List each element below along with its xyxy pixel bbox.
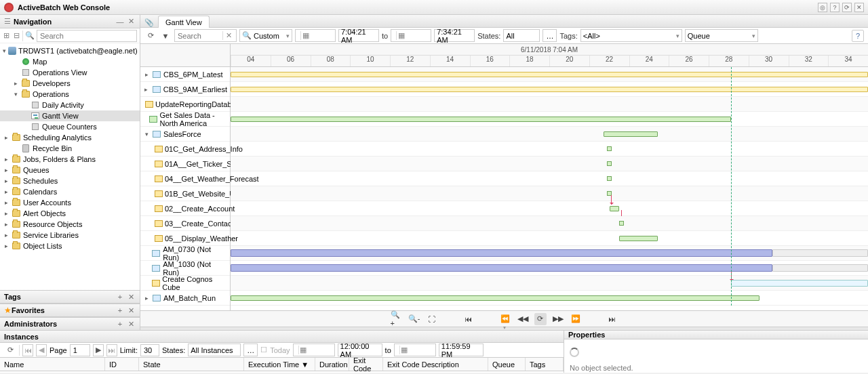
last-icon[interactable]: ⏭ [606,313,618,325]
gantt-row[interactable]: AM_1030 (Not Run) [140,261,230,276]
gantt-row[interactable]: ▸AM_Batch_Run [140,291,230,306]
tree-operations[interactable]: ▾Operations [0,89,140,100]
col-exit[interactable]: Exit Code [349,358,383,371]
rewind-icon[interactable]: ⏪ [499,313,511,325]
page-last[interactable]: ⏭ [106,344,117,356]
settings-icon[interactable]: ? [830,3,840,12]
limit-input[interactable] [140,344,159,356]
tree-calendars[interactable]: ▸Calendars [0,186,140,197]
collapse-all-icon[interactable]: ⊟ [13,30,21,41]
refresh-icon[interactable]: ⟳ [4,344,16,356]
range-select[interactable]: 🔍Custom▾ [239,29,292,42]
gantt-row[interactable]: 02__Create_Account [140,201,230,216]
gantt-row[interactable]: ▸CBS_6PM_Latest [140,67,230,82]
tree-map[interactable]: Map [0,56,140,67]
refresh-icon[interactable]: ⟳ [842,3,852,12]
gantt-row[interactable]: AM_0730 (Not Run) [140,246,230,261]
tree-gantt[interactable]: Gantt View [0,110,140,121]
prev-icon[interactable]: ◀◀ [517,313,529,325]
help-icon[interactable]: ◎ [818,3,827,12]
col-name[interactable]: Name [0,358,105,371]
tree-opsview[interactable]: Operations View [0,67,140,78]
refresh-icon[interactable]: ⟳ [144,30,157,42]
gantt-row[interactable]: ▾SalesForce [140,127,230,142]
admins-panel[interactable]: Administrators+✕ [0,317,140,331]
gantt-body[interactable] [231,67,868,306]
page-prev[interactable]: ◀ [36,344,47,356]
col-tags[interactable]: Tags [526,358,564,371]
from-date[interactable]: ▦ [295,29,336,42]
tree-resources[interactable]: ▸Resource Objects [0,219,140,230]
inst-to-time[interactable]: 11:59:59 PM [439,344,484,356]
splitter[interactable] [140,327,868,331]
tree-developers[interactable]: ▸Developers [0,78,140,89]
tags-select[interactable]: <All>▾ [580,29,682,42]
to-date[interactable]: ▦ [391,29,431,42]
fit-icon[interactable]: ⛶ [426,313,438,325]
col-queue[interactable]: Queue [488,358,526,371]
tree-services[interactable]: ▸Service Libraries [0,230,140,241]
tree-jfp[interactable]: ▸Jobs, Folders & Plans [0,154,140,165]
zoom-out-icon[interactable]: 🔍- [408,313,420,325]
fwd-icon[interactable]: ⏩ [570,313,582,325]
close-icon[interactable]: ✕ [126,306,136,315]
nav-search-input[interactable] [37,30,137,42]
inst-states-more[interactable]: … [243,344,258,356]
page-first[interactable]: ⏮ [22,344,33,356]
gantt-row[interactable]: 03__Create_Contact [140,216,230,231]
gantt-row[interactable]: ▸CBS_9AM_Earliest [140,82,230,97]
from-time[interactable]: 7:04:21 AM [338,29,379,42]
gantt-search[interactable]: ✕ [174,29,237,42]
states-select[interactable]: All [503,29,540,42]
now-icon[interactable]: ⟳ [534,313,547,325]
inst-from-date[interactable]: ▦ [293,344,335,356]
gantt-row[interactable]: UpdateReportingDatabase [140,97,230,112]
pin-icon[interactable]: 📎 [144,18,154,27]
tree-queues[interactable]: ▸Queues [0,165,140,175]
tree-recycle[interactable]: Recycle Bin [0,143,140,154]
col-exec[interactable]: Execution Time ▼ [244,358,315,371]
col-state[interactable]: State [139,358,244,371]
tree-schedules[interactable]: ▸Schedules [0,175,140,186]
page-next[interactable]: ▶ [93,344,104,356]
plus-icon[interactable]: + [115,319,125,329]
to-time[interactable]: 7:34:21 AM [434,29,475,42]
col-dur[interactable]: Duration [315,358,349,371]
queue-select[interactable]: Queue▾ [685,29,758,42]
page-input[interactable] [70,344,90,356]
tree-daily[interactable]: Daily Activity [0,100,140,110]
gantt-row[interactable]: 05__Display_Weather [140,231,230,246]
plus-icon[interactable]: + [115,292,125,302]
zoom-in-icon[interactable]: 🔍+ [391,313,403,325]
next-icon[interactable]: ▶▶ [552,313,564,325]
tree-root[interactable]: ▾TRDWST1 (activebatch@eagle.net) [0,45,140,56]
gantt-row[interactable]: Create Cognos Cube [140,276,230,291]
favorites-panel[interactable]: ★Favorites+✕ [0,304,140,317]
tab-gantt[interactable]: Gantt View [158,16,210,28]
col-exitd[interactable]: Exit Code Description [383,358,488,371]
gantt-row[interactable]: 04__Get_Weather_Forecast [140,171,230,186]
first-icon[interactable]: ⏮ [462,313,475,325]
tree-users[interactable]: ▸User Accounts [0,197,140,208]
filter-icon[interactable]: ▼ [159,30,172,42]
plus-icon[interactable]: + [115,306,125,315]
tree-alerts[interactable]: ▸Alert Objects [0,208,140,219]
gantt-row[interactable]: 01C_Get_Address_Info [140,142,230,157]
clear-icon[interactable]: ✕ [222,31,235,40]
col-id[interactable]: ID [105,358,139,371]
help-icon[interactable]: ? [852,30,864,42]
gantt-row[interactable]: 01A__Get_Ticker_Symbol [140,157,230,171]
gantt-row[interactable]: Get Sales Data - North America [140,112,230,127]
nav-close-icon[interactable]: ✕ [126,17,136,26]
states-more[interactable]: … [542,29,557,42]
nav-minimize-icon[interactable]: — [115,17,125,26]
close-icon[interactable]: ✕ [854,3,864,12]
expand-all-icon[interactable]: ⊞ [3,30,11,41]
inst-from-time[interactable]: 12:00:00 AM [338,344,382,356]
inst-states-select[interactable]: All Instances [188,344,241,356]
tags-panel[interactable]: Tags+✕ [0,290,140,304]
close-icon[interactable]: ✕ [126,319,136,329]
tree-sched[interactable]: ▸Scheduling Analytics [0,132,140,143]
inst-to-date[interactable]: ▦ [394,344,436,356]
tree-objlists[interactable]: ▸Object Lists [0,241,140,251]
